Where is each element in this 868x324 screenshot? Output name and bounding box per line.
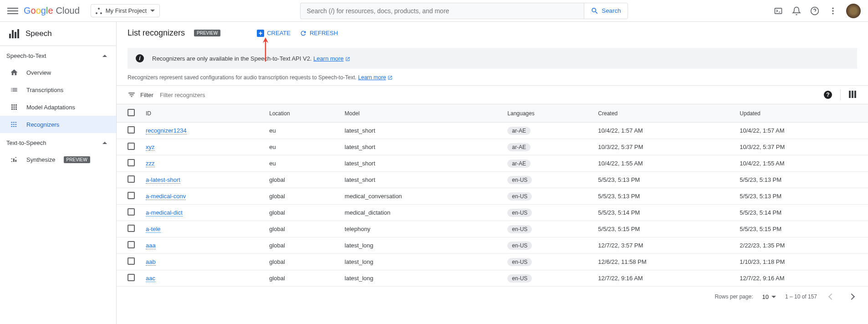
recognizer-id-link[interactable]: aac	[146, 275, 155, 282]
filter-help-icon[interactable]: ?	[824, 91, 832, 99]
cell-model: latest_long	[339, 237, 502, 254]
page-range: 1 – 10 of 157	[785, 293, 817, 300]
filter-label: Filter	[140, 92, 153, 98]
recognizer-id-link[interactable]: recognizer1234	[146, 127, 187, 134]
cell-created: 12/6/22, 11:58 PM	[592, 254, 734, 270]
project-name: My First Project	[106, 7, 147, 14]
nav-group-header[interactable]: Speech-to-Text	[0, 46, 116, 64]
filter-input[interactable]	[158, 90, 819, 100]
google-cloud-logo[interactable]: Google Cloud	[24, 5, 80, 16]
row-checkbox[interactable]	[128, 225, 135, 232]
more-vert-icon[interactable]	[828, 6, 838, 16]
column-header[interactable]: Model	[339, 104, 502, 123]
select-all-checkbox[interactable]	[128, 109, 135, 116]
column-header[interactable]: ID	[140, 104, 264, 123]
pagination: Rows per page: 10 1 – 10 of 157	[117, 287, 868, 307]
main-layout: Speech Speech-to-TextOverviewTranscripti…	[0, 22, 868, 324]
divider	[840, 89, 841, 100]
cell-model: latest_long	[339, 270, 502, 287]
project-picker[interactable]: My First Project	[91, 4, 160, 17]
hamburger-menu-icon[interactable]	[7, 5, 18, 16]
recognizer-id-link[interactable]: a-tele	[146, 226, 161, 233]
cell-updated: 2/22/23, 1:35 PM	[734, 237, 868, 254]
filter-right: ?	[824, 89, 857, 100]
search-button[interactable]: Search	[584, 3, 628, 19]
external-link-icon	[388, 75, 393, 80]
search-input[interactable]	[300, 3, 584, 19]
language-chip: en-US	[507, 258, 532, 266]
nav-group-header[interactable]: Text-to-Speech	[0, 133, 116, 151]
table-row: aaa global latest_long en-US 12/7/22, 3:…	[117, 237, 868, 254]
row-checkbox[interactable]	[128, 274, 135, 281]
cloud-shell-icon[interactable]	[773, 6, 783, 16]
info-banner-text: Recognizers are only available in the Sp…	[152, 55, 311, 62]
helper-text-content: Recognizers represent saved configuratio…	[128, 74, 357, 81]
sidebar-item-label: Synthesize	[26, 156, 56, 163]
grid-icon	[10, 120, 18, 129]
sidebar-item-recognizers[interactable]: Recognizers	[0, 116, 116, 133]
top-header: Google Cloud My First Project Search	[0, 0, 868, 22]
recognizer-id-link[interactable]: zzz	[146, 160, 155, 167]
cell-created: 5/5/23, 5:13 PM	[592, 188, 734, 205]
cell-created: 12/7/22, 9:16 AM	[592, 270, 734, 287]
caret-down-icon	[150, 10, 155, 12]
row-checkbox[interactable]	[128, 143, 135, 150]
sidebar-item-synthesize[interactable]: SynthesizePREVIEW	[0, 151, 116, 168]
recognizer-id-link[interactable]: a-latest-short	[146, 176, 180, 184]
rows-per-page-label: Rows per page:	[715, 293, 753, 300]
table-row: a-tele global telephony en-US 5/5/23, 5:…	[117, 221, 868, 237]
sidebar-item-model-adaptations[interactable]: Model Adaptations	[0, 98, 116, 116]
column-selector-icon[interactable]	[849, 91, 857, 99]
column-header[interactable]: Created	[592, 104, 734, 123]
svg-point-3	[832, 10, 833, 11]
synth-icon	[10, 155, 18, 164]
column-header[interactable]: Location	[264, 104, 339, 123]
filter-row: Filter ?	[117, 85, 868, 104]
rows-value: 10	[762, 293, 768, 300]
recognizer-id-link[interactable]: xyz	[146, 144, 155, 151]
sidebar-item-transcriptions[interactable]: Transcriptions	[0, 81, 116, 98]
row-checkbox[interactable]	[128, 175, 135, 183]
recognizer-id-link[interactable]: aaa	[146, 242, 156, 249]
recognizer-id-link[interactable]: a-medical-conv	[146, 193, 186, 200]
info-learn-more-link[interactable]: Learn more	[313, 55, 350, 62]
home-icon	[10, 68, 18, 77]
notifications-icon[interactable]	[791, 6, 802, 16]
plus-icon: +	[257, 30, 264, 37]
refresh-icon	[300, 30, 307, 37]
row-checkbox[interactable]	[128, 241, 135, 248]
cell-location: global	[264, 205, 339, 221]
language-chip: en-US	[507, 176, 532, 184]
next-page-button[interactable]	[846, 291, 857, 302]
create-button[interactable]: + CREATE	[257, 30, 291, 37]
recognizer-id-link[interactable]: aab	[146, 258, 156, 266]
avatar[interactable]	[846, 4, 861, 18]
refresh-button[interactable]: REFRESH	[300, 30, 338, 37]
preview-badge: PREVIEW	[64, 156, 90, 163]
row-checkbox[interactable]	[128, 159, 135, 166]
info-text: Recognizers are only available in the Sp…	[152, 55, 350, 62]
column-header[interactable]: Languages	[502, 104, 592, 123]
sidebar-header: Speech	[0, 22, 116, 46]
create-label: CREATE	[267, 30, 291, 36]
row-checkbox[interactable]	[128, 192, 135, 199]
cell-created: 10/4/22, 1:55 AM	[592, 155, 734, 172]
speech-product-icon	[9, 29, 19, 38]
cell-model: latest_short	[339, 172, 502, 188]
list-icon	[10, 86, 18, 94]
cell-created: 10/3/22, 5:37 PM	[592, 139, 734, 155]
filter-icon	[128, 91, 136, 99]
rows-per-page-select[interactable]: 10	[762, 293, 776, 300]
recognizer-id-link[interactable]: a-medical-dict	[146, 209, 183, 216]
help-icon[interactable]	[810, 6, 820, 16]
table-row: zzz eu latest_short ar-AE 10/4/22, 1:55 …	[117, 155, 868, 172]
sidebar-item-overview[interactable]: Overview	[0, 64, 116, 81]
row-checkbox[interactable]	[128, 126, 135, 134]
prev-page-button[interactable]	[826, 291, 837, 302]
row-checkbox[interactable]	[128, 257, 135, 265]
helper-learn-more-link[interactable]: Learn more	[358, 74, 392, 81]
cell-updated: 5/5/23, 5:14 PM	[734, 205, 868, 221]
row-checkbox[interactable]	[128, 208, 135, 216]
column-header[interactable]: Updated	[734, 104, 868, 123]
nav-group-label: Speech-to-Text	[6, 52, 46, 59]
